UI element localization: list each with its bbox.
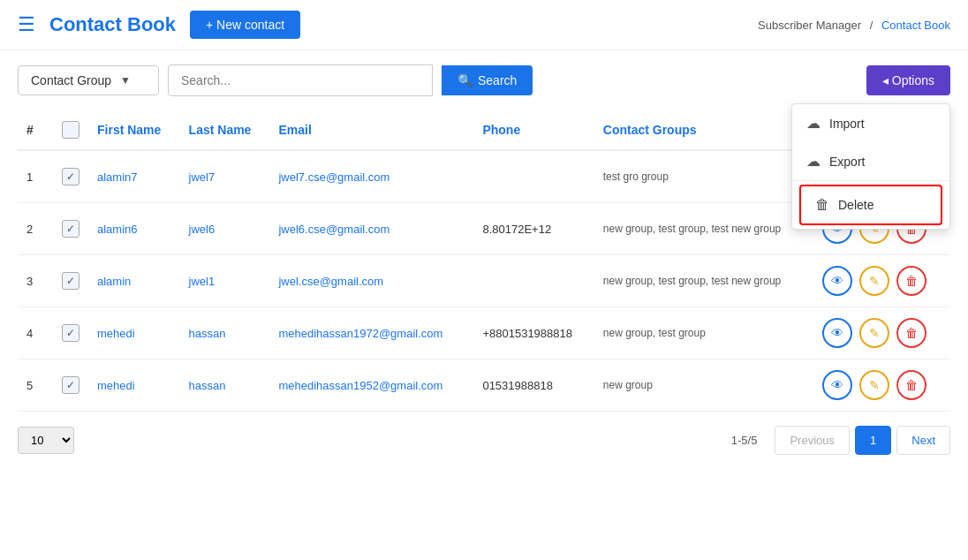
import-label: Import: [829, 117, 865, 131]
view-button[interactable]: 👁: [822, 370, 852, 400]
row-first-name: alamin: [88, 255, 180, 307]
row-last-name: hassan: [180, 307, 270, 359]
row-last-name: hassan: [180, 359, 270, 412]
row-email: jwel.cse@gmail.com: [269, 255, 473, 307]
search-input[interactable]: [168, 64, 433, 96]
row-email: jwel7.cse@gmail.com: [269, 150, 473, 203]
next-button[interactable]: Next: [896, 426, 950, 455]
export-label: Export: [829, 155, 865, 169]
row-num: 2: [18, 203, 53, 255]
contact-group-label: Contact Group: [31, 73, 111, 87]
row-phone: +8801531988818: [473, 307, 594, 359]
delete-button[interactable]: 🗑: [896, 370, 926, 400]
row-num: 5: [18, 359, 53, 412]
row-checkbox-cell: ✓: [53, 359, 88, 412]
row-num: 4: [18, 307, 53, 359]
breadcrumb-separator: /: [870, 19, 873, 32]
row-actions: 👁 ✎ 🗑: [813, 255, 950, 307]
app-icon: ☰: [18, 13, 35, 36]
search-btn-label: Search: [478, 73, 517, 87]
col-email: Email: [269, 110, 473, 150]
app-title: Contact Book: [49, 13, 176, 36]
dropdown-divider: [792, 180, 949, 181]
row-checkbox[interactable]: ✓: [62, 220, 79, 238]
view-button[interactable]: 👁: [822, 318, 852, 348]
header-left: ☰ Contact Book + New contact: [18, 11, 300, 39]
search-icon: 🔍: [458, 73, 473, 87]
row-contact-groups: test gro group: [594, 150, 813, 203]
row-first-name: alamin7: [88, 150, 180, 203]
table-row: 3 ✓ alamin jwel1 jwel.cse@gmail.com new …: [18, 255, 950, 307]
row-checkbox-cell: ✓: [53, 255, 88, 307]
breadcrumb-parent[interactable]: Subscriber Manager: [758, 19, 861, 32]
row-first-name: mehedi: [88, 359, 180, 412]
new-contact-button[interactable]: + New contact: [190, 11, 300, 39]
row-phone: 8.80172E+12: [473, 203, 594, 255]
row-phone: [473, 150, 594, 203]
per-page-dropdown[interactable]: 102550100: [18, 427, 74, 454]
edit-button[interactable]: ✎: [859, 266, 889, 296]
row-phone: 01531988818: [473, 359, 594, 412]
row-checkbox-cell: ✓: [53, 150, 88, 203]
row-num: 3: [18, 255, 53, 307]
prev-button[interactable]: Previous: [775, 426, 850, 455]
row-last-name: jwel6: [180, 203, 270, 255]
delete-label: Delete: [838, 198, 873, 212]
row-email: mehedihassan1972@gmail.com: [269, 307, 473, 359]
row-contact-groups: new group: [594, 359, 813, 412]
page-1-button[interactable]: 1: [855, 426, 891, 455]
view-button[interactable]: 👁: [822, 266, 852, 296]
export-menu-item[interactable]: ☁ Export: [792, 142, 949, 180]
trash-icon: 🗑: [815, 197, 829, 213]
row-contact-groups: new group, test group, test new group: [594, 203, 813, 255]
row-checkbox[interactable]: ✓: [62, 168, 79, 185]
row-actions: 👁 ✎ 🗑: [813, 359, 950, 412]
page-info: 1-5/5: [731, 434, 758, 447]
edit-button[interactable]: ✎: [859, 318, 889, 348]
row-email: jwel6.cse@gmail.com: [269, 203, 473, 255]
col-last-name: Last Name: [180, 110, 270, 150]
row-email: mehedihassan1952@gmail.com: [269, 359, 473, 412]
row-checkbox-cell: ✓: [53, 203, 88, 255]
options-button[interactable]: ◂ Options: [866, 65, 950, 95]
chevron-down-icon: ▼: [120, 74, 131, 87]
toolbar: Contact Group ▼ 🔍 Search ◂ Options ☁ Imp…: [0, 50, 968, 110]
row-contact-groups: new group, test group, test new group: [594, 255, 813, 307]
table-row: 5 ✓ mehedi hassan mehedihassan1952@gmail…: [18, 359, 950, 412]
row-checkbox-cell: ✓: [53, 307, 88, 359]
col-checkbox: [53, 110, 88, 150]
select-all-checkbox[interactable]: [62, 121, 79, 139]
table-row: 4 ✓ mehedi hassan mehedihassan1972@gmail…: [18, 307, 950, 359]
table-footer: 102550100 1-5/5 Previous 1 Next: [0, 412, 968, 469]
col-phone: Phone: [473, 110, 594, 150]
contact-group-dropdown[interactable]: Contact Group ▼: [18, 65, 159, 95]
col-first-name: First Name: [88, 110, 180, 150]
pagination: Previous 1 Next: [775, 426, 950, 455]
row-contact-groups: new group, test group: [594, 307, 813, 359]
row-first-name: alamin6: [88, 203, 180, 255]
delete-menu-item[interactable]: 🗑 Delete: [799, 185, 942, 225]
row-num: 1: [18, 150, 53, 203]
delete-button[interactable]: 🗑: [896, 266, 926, 296]
row-last-name: jwel1: [180, 255, 270, 307]
search-button[interactable]: 🔍 Search: [442, 65, 533, 95]
col-contact-groups: Contact Groups: [594, 110, 813, 150]
import-menu-item[interactable]: ☁ Import: [792, 104, 949, 142]
options-dropdown-menu: ☁ Import ☁ Export 🗑 Delete: [791, 103, 950, 230]
delete-button[interactable]: 🗑: [896, 318, 926, 348]
export-icon: ☁: [806, 153, 821, 170]
row-last-name: jwel7: [180, 150, 270, 203]
row-first-name: mehedi: [88, 307, 180, 359]
import-icon: ☁: [806, 115, 821, 132]
row-actions: 👁 ✎ 🗑: [813, 307, 950, 359]
edit-button[interactable]: ✎: [859, 370, 889, 400]
col-hash: #: [18, 110, 53, 150]
breadcrumb-current: Contact Book: [881, 19, 950, 32]
row-checkbox[interactable]: ✓: [62, 324, 79, 342]
row-phone: [473, 255, 594, 307]
header: ☰ Contact Book + New contact Subscriber …: [0, 0, 968, 50]
per-page-select: 102550100: [18, 427, 74, 454]
row-checkbox[interactable]: ✓: [62, 376, 79, 394]
breadcrumb: Subscriber Manager / Contact Book: [758, 19, 950, 32]
row-checkbox[interactable]: ✓: [62, 272, 79, 290]
